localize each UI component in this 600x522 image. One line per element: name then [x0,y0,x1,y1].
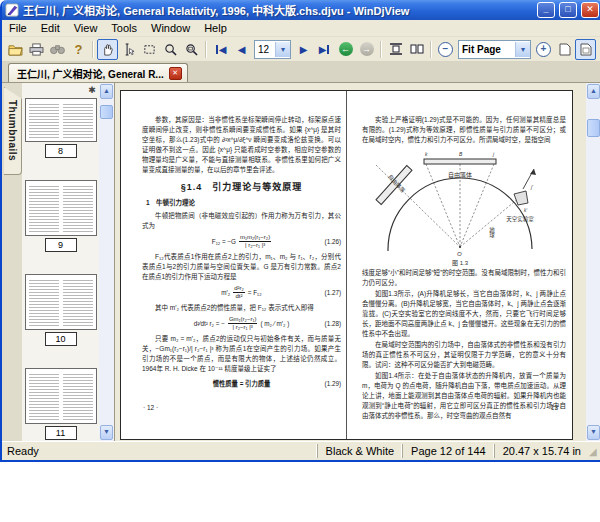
book-page-13: 实验上严格证明(1.29)式是不可能的。因为，任何测量其精度总是有限的。(1.2… [347,91,572,439]
binoculars-icon [50,43,65,55]
zoom-in-button[interactable]: + [533,39,554,60]
help-button[interactable]: ? [68,39,89,60]
thumbnail-page-9[interactable]: 9 [25,180,97,252]
thumbnail-page-11[interactable]: 11 [25,368,97,440]
document-scrollbar[interactable]: ▲ ▼ [586,83,600,441]
page-number-value: 12 [258,44,269,55]
thumbnail-image [25,274,97,330]
paragraph: 牛顿把物质间（非电磁效应引起的）作用力称为万有引力，其公式为 [142,211,341,231]
thumbnail-number: 8 [45,144,77,158]
close-button[interactable]: ✕ [581,2,599,18]
document-tab[interactable]: 王仁川, 广义相对论, General R... ✕ [8,63,188,82]
scroll-down-icon[interactable]: ▼ [587,425,600,440]
menu-view[interactable]: View [67,21,105,35]
status-bar: Ready Black & White Page 12 of 144 20.47… [2,441,600,460]
status-size-info: 20.47 x 15.74 in [494,444,589,458]
thumbnail-page-8[interactable]: 8 [25,98,97,158]
paragraph: 在局域时空范围内的引力场中，自由落体式的非惯性系和没有引力场的真正惯性系不可区分… [362,340,566,370]
toolbar: ? [2,37,600,62]
single-page-layout-icon [389,43,403,55]
figure-label-origin: O [457,251,462,257]
last-page-button[interactable]: ▶ [314,39,335,60]
subsection-heading: 1 牛顿引力理论 [142,198,341,208]
figure-label-free-fall-body: 自由落体 [448,171,472,179]
zoom-select-tool-button[interactable] [181,39,202,60]
zoom-mode-value: Fit Page [462,44,501,55]
print-button[interactable] [26,39,47,60]
previous-page-button[interactable]: ◀ [231,39,252,60]
title-bar[interactable]: 王仁川, 广义相对论, General Relativity, 1996, 中科… [2,0,600,20]
figure-caption: 图 1.3 [452,260,469,267]
window-title: 王仁川, 广义相对论, General Relativity, 1996, 中科… [23,2,533,18]
zoom-tool-button[interactable] [160,39,181,60]
hand-icon [101,43,114,56]
thumbnails-tab[interactable]: Thumbnails [4,87,22,175]
scroll-up-icon[interactable]: ▲ [100,84,113,99]
figure-1-3: k B j 自由落体 自由降落 [368,147,560,267]
document-tab-bar: 王仁川, 广义相对论, General R... ✕ [2,62,600,83]
thumbnails-scrollbar-thumb[interactable] [100,105,113,119]
magnifier-rect-icon [185,43,198,56]
first-page-icon [216,45,218,54]
page-number-footer: · 12 · [143,404,158,411]
first-page-button[interactable]: ◀ [210,39,231,60]
thumbnail-image [25,368,97,424]
tab-close-icon[interactable]: ✕ [169,67,182,80]
figure-label-skylab: 天空实验室 [506,215,534,223]
document-tab-label: 王仁川, 广义相对论, General R... [17,66,164,81]
zoom-out-button[interactable]: − [435,39,456,60]
scroll-down-icon[interactable]: ▼ [100,425,113,440]
zoom-out-icon: − [438,42,453,57]
facing-pages-layout-button[interactable] [406,39,427,60]
fit-width-page-icon [559,43,571,56]
select-text-tool-button[interactable] [118,39,139,60]
open-button[interactable] [5,39,26,60]
status-ready: Ready [2,445,317,457]
menu-tools[interactable]: Tools [104,21,144,35]
fit-width-button[interactable] [554,39,575,60]
equation-1-26: F₁₂ = −G m₁m₂(r₁−r₂) | r₂−r₁ |³ (1.26) [142,234,341,249]
menu-edit[interactable]: Edit [34,21,67,35]
select-rect-tool-button[interactable] [139,39,160,60]
maximize-button[interactable]: □ [559,2,577,18]
menu-file[interactable]: File [2,21,34,35]
equation-1-27: m′₂ d²r₂ dt² = F₁₂ (1.27) [142,285,341,300]
minimize-button[interactable]: _ [537,2,555,18]
document-scrollbar-thumb[interactable] [587,119,600,137]
paragraph: 其中 m′₂ 代表质点2的惯性质量，把 F₁₂ 表示式代入即得 [142,303,341,313]
back-button[interactable]: ← [335,39,356,60]
text-select-icon [122,43,135,56]
paragraph: 如图1.3所示，(A)升降机足够长，当它自由落体时，k、j 两静止点会慢慢分离。… [362,289,566,339]
next-page-icon: ▶ [300,44,308,55]
page-number-combo[interactable]: 12 ▾ [254,40,291,59]
skylab-shape [514,191,528,205]
find-button [47,39,68,60]
figure-label: k′ [524,208,527,213]
fit-page-button[interactable] [575,39,596,60]
next-page-button[interactable]: ▶ [293,39,314,60]
thumbnail-page-10[interactable]: 10 [25,274,97,346]
thumbnails-scrollbar[interactable]: ▲ ▼ [99,83,114,441]
page-spread[interactable]: 参数，其原因是：当非惯性系坐标架瞬间停止转动，标架原点速度瞬间停止改变，则非惯性… [120,90,573,440]
zoom-mode-combo[interactable]: Fit Page ▾ [458,40,531,59]
section-heading: §1.4 引力理论与等效原理 [142,182,341,192]
menu-help[interactable]: Help [197,21,234,35]
sidebar-tab-strip: Thumbnails [2,83,22,441]
single-page-layout-button[interactable] [385,39,406,60]
resize-grip[interactable]: ◢ [589,444,600,458]
scroll-up-icon[interactable]: ▲ [587,84,600,99]
chevron-down-icon[interactable]: ▾ [275,42,290,57]
thumbnail-number: 11 [45,426,77,440]
actual-size-button[interactable] [596,39,600,60]
paragraph: 如图1.4所示：在处于自由落体状态的升降机内，放置一个质量为 m，电荷为 Q 的… [362,371,566,421]
book-page-12: 参数，其原因是：当非惯性系坐标架瞬间停止转动，标架原点速度瞬间停止改变，则非惯性… [121,91,347,439]
chevron-down-icon[interactable]: ▾ [515,42,530,57]
magnifier-icon [164,43,177,56]
document-view: 参数，其原因是：当非惯性系坐标架瞬间停止转动，标架原点速度瞬间停止改变，则非惯性… [115,83,600,441]
panel-settings-gear-icon[interactable]: ✱ [87,85,97,95]
pan-tool-button[interactable] [97,39,118,60]
menu-window[interactable]: Window [144,21,197,35]
thumbnail-list: 8 9 10 11 [22,98,99,441]
last-page-icon [327,45,329,54]
paragraph: 只要 m₂ = m′₂，质点2的运动仅只与初始条件有关，而与质量无关，−Gm₁(… [142,334,341,374]
